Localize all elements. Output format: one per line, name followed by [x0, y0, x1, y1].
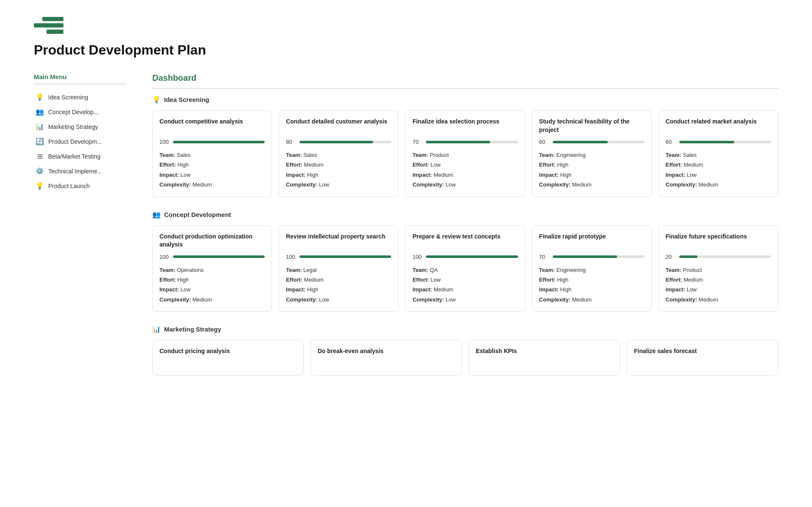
card-idea-screening-2[interactable]: Finalize idea selection process 70 Team:…: [405, 110, 525, 197]
sidebar-item-technical-implementation[interactable]: ⚙️ Technical Impleme...: [34, 164, 127, 178]
card-title: Prepare & review test concepts: [412, 233, 518, 249]
card-title: Finalize future specifications: [666, 233, 771, 249]
section-marketing-strategy: 📊 Marketing Strategy Conduct pricing ana…: [152, 325, 778, 375]
card-idea-screening-4[interactable]: Conduct related market analysis 60 Team:…: [658, 110, 778, 197]
progress-row: 60: [539, 139, 645, 145]
sidebar-label-beta-market-testing: Beta/Market Testing: [48, 153, 100, 160]
progress-row: 100: [159, 254, 265, 260]
progress-bar-bg: [553, 255, 645, 258]
card-team: Team: Legal: [286, 265, 391, 275]
sidebar-title: Main Menu: [34, 73, 127, 85]
card-concept-development-4[interactable]: Finalize future specifications 20 Team: …: [658, 225, 778, 312]
section-concept-development: 👥 Concept Development Conduct production…: [152, 211, 778, 312]
card-meta: Team: Product Effort: Low Impact: Medium…: [412, 150, 518, 190]
card-team: Team: Product: [412, 150, 518, 160]
progress-bar-fill: [553, 255, 617, 258]
technical-implementation-icon: ⚙️: [36, 167, 44, 175]
sections-container: 💡 Idea Screening Conduct competitive ana…: [152, 96, 778, 375]
card-idea-screening-0[interactable]: Conduct competitive analysis 100 Team: S…: [152, 110, 272, 197]
sidebar-label-product-development: Product Developm...: [48, 138, 102, 145]
logo-bars: [34, 17, 778, 34]
card-concept-development-1[interactable]: Review intellectual property search 100 …: [279, 225, 398, 312]
card-marketing-strategy-2[interactable]: Establish KPIs: [469, 340, 620, 375]
section-title-idea-screening: Idea Screening: [164, 96, 209, 103]
card-team: Team: Product: [666, 265, 771, 275]
card-complexity: Complexity: Medium: [159, 180, 265, 189]
card-team: Team: Sales: [666, 150, 771, 160]
progress-value: 100: [159, 254, 170, 260]
card-idea-screening-3[interactable]: Study technical feasibility of the proje…: [532, 110, 652, 197]
progress-bar-bg: [299, 255, 391, 258]
sidebar: Main Menu 💡 Idea Screening 👥 Concept Dev…: [34, 73, 127, 389]
card-concept-development-0[interactable]: Conduct production optimization analysis…: [152, 225, 272, 312]
progress-row: 60: [666, 139, 771, 145]
progress-bar-fill: [679, 255, 697, 258]
card-complexity: Complexity: Low: [412, 180, 518, 189]
card-effort: Effort: High: [159, 160, 265, 170]
card-title: Do break-even analysis: [318, 347, 455, 364]
cards-row-concept-development: Conduct production optimization analysis…: [152, 225, 778, 312]
progress-bar-fill: [299, 255, 391, 258]
marketing-strategy-section-icon: 📊: [152, 325, 161, 333]
progress-bar-bg: [426, 255, 518, 258]
card-marketing-strategy-0[interactable]: Conduct pricing analysis: [152, 340, 304, 375]
beta-market-testing-icon: ⊞: [36, 152, 44, 160]
section-header-idea-screening: 💡 Idea Screening: [152, 96, 778, 104]
card-impact: Impact: Medium: [412, 170, 518, 180]
card-meta: Team: Engineering Effort: High Impact: H…: [539, 150, 645, 190]
sidebar-item-concept-development[interactable]: 👥 Concept Develop...: [34, 104, 127, 119]
card-marketing-strategy-1[interactable]: Do break-even analysis: [310, 340, 462, 375]
card-meta: Team: Legal Effort: Medium Impact: High …: [286, 265, 391, 305]
card-title: Establish KPIs: [476, 347, 613, 364]
card-title: Conduct production optimization analysis: [159, 233, 265, 249]
idea-screening-icon: 💡: [36, 93, 44, 101]
app-container: Product Development Plan Main Menu 💡 Ide…: [0, 0, 812, 507]
card-idea-screening-1[interactable]: Conduct detailed customer analysis 80 Te…: [279, 110, 398, 197]
progress-bar-bg: [679, 141, 771, 143]
card-effort: Effort: Medium: [666, 160, 771, 170]
progress-bar-bg: [679, 255, 771, 258]
concept-development-section-icon: 👥: [152, 211, 161, 219]
progress-row: 20: [666, 254, 771, 260]
card-complexity: Complexity: Medium: [666, 295, 771, 304]
progress-bar-bg: [299, 141, 391, 143]
card-impact: Impact: High: [539, 285, 645, 294]
card-meta: Team: Sales Effort: Medium Impact: Low C…: [666, 150, 771, 190]
page-title: Product Development Plan: [34, 42, 778, 58]
card-effort: Effort: High: [159, 275, 265, 285]
card-complexity: Complexity: Medium: [539, 180, 645, 189]
card-title: Conduct detailed customer analysis: [286, 118, 391, 134]
cards-row-marketing-strategy: Conduct pricing analysis Do break-even a…: [152, 340, 778, 375]
sidebar-label-technical-implementation: Technical Impleme...: [48, 168, 102, 175]
progress-value: 60: [539, 139, 549, 145]
sidebar-item-idea-screening[interactable]: 💡 Idea Screening: [34, 90, 127, 104]
logo: [34, 17, 778, 34]
sidebar-item-beta-market-testing[interactable]: ⊞ Beta/Market Testing: [34, 149, 127, 164]
progress-bar-fill: [553, 141, 608, 143]
sidebar-label-marketing-strategy: Marketing Strategy: [48, 123, 98, 130]
card-meta: Team: Operations Effort: High Impact: Lo…: [159, 265, 265, 305]
card-impact: Impact: Low: [666, 170, 771, 180]
progress-row: 100: [412, 254, 518, 260]
sidebar-item-marketing-strategy[interactable]: 📊 Marketing Strategy: [34, 119, 127, 134]
sidebar-item-product-development[interactable]: 🔄 Product Developm...: [34, 134, 127, 149]
card-title: Finalize idea selection process: [412, 118, 518, 134]
card-team: Team: Sales: [286, 150, 391, 160]
dashboard-title: Dashboard: [152, 73, 778, 89]
sidebar-item-product-launch[interactable]: 💡 Product Launch: [34, 178, 127, 193]
card-effort: Effort: Low: [412, 160, 518, 170]
progress-value: 20: [666, 254, 676, 260]
card-effort: Effort: Medium: [286, 160, 391, 170]
card-impact: Impact: Low: [666, 285, 771, 294]
card-team: Team: Engineering: [539, 150, 645, 160]
card-concept-development-3[interactable]: Finalize rapid prototype 70 Team: Engine…: [532, 225, 652, 312]
progress-bar-fill: [426, 255, 518, 258]
progress-bar-bg: [553, 141, 645, 143]
sidebar-label-concept-development: Concept Develop...: [48, 109, 99, 115]
card-marketing-strategy-3[interactable]: Finalize sales forecast: [627, 340, 778, 375]
progress-value: 100: [412, 254, 422, 260]
card-complexity: Complexity: Low: [286, 180, 391, 189]
card-concept-development-2[interactable]: Prepare & review test concepts 100 Team:…: [405, 225, 525, 312]
progress-bar-fill: [299, 141, 373, 143]
progress-value: 70: [412, 139, 422, 145]
